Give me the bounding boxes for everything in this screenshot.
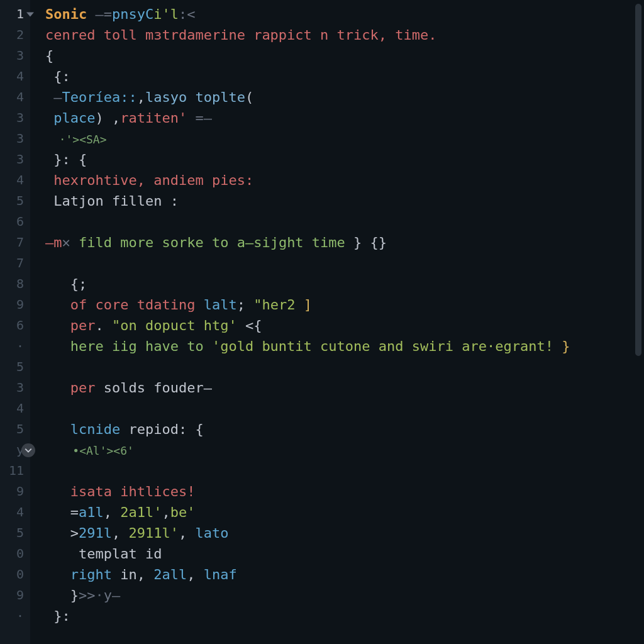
code-line[interactable] [45, 398, 644, 419]
line-number[interactable]: 3 [0, 377, 30, 398]
line-number[interactable]: 6 [0, 211, 30, 232]
code-line[interactable]: Latjon fillen : [45, 191, 644, 211]
code-token: > [45, 525, 79, 541]
fold-arrow-icon[interactable] [26, 12, 34, 16]
line-number[interactable]: 6 [0, 315, 30, 336]
code-token: ; [237, 297, 254, 313]
code-token: , [162, 504, 170, 520]
code-token: =– [187, 110, 212, 126]
line-number[interactable]: 4 [0, 398, 30, 419]
line-number[interactable]: 11 [0, 460, 30, 481]
line-number[interactable]: 9 [0, 585, 30, 606]
code-editor[interactable]: 1234433345677896·5345y11945009· Sonic —=… [0, 0, 644, 644]
vertical-scrollbar[interactable] [635, 4, 641, 356]
code-token: 2all [153, 567, 187, 582]
code-line[interactable]: ·'><SA> [45, 128, 644, 149]
line-number[interactable]: 5 [0, 191, 30, 211]
line-number[interactable]: 4 [0, 66, 30, 87]
code-line[interactable]: hexrohtive, andiem pies: [45, 170, 644, 191]
line-number[interactable]: 8 [0, 274, 30, 294]
line-number[interactable]: 0 [0, 543, 30, 564]
line-number[interactable]: 0 [0, 564, 30, 585]
code-token: – [45, 89, 62, 105]
code-line[interactable]: {: [45, 66, 644, 87]
line-number[interactable]: 5 [0, 523, 30, 543]
code-token: —= [87, 6, 112, 22]
code-line[interactable]: templat id [45, 543, 644, 564]
code-token: } [553, 338, 570, 354]
line-number-gutter[interactable]: 1234433345677896·5345y11945009· [0, 0, 30, 644]
line-number[interactable]: 1 [0, 4, 30, 25]
code-token: •<Al'><6' [45, 444, 134, 457]
code-token: , [112, 525, 129, 541]
code-token: place [45, 110, 95, 126]
code-token: a1l [79, 504, 104, 520]
code-token: cenred toll m [45, 27, 153, 43]
code-line[interactable] [45, 460, 644, 481]
line-number[interactable]: 4 [0, 170, 30, 191]
line-number[interactable]: 3 [0, 149, 30, 170]
line-number[interactable]: 5 [0, 357, 30, 377]
code-line[interactable]: •<Al'><6' [45, 440, 644, 460]
line-number[interactable]: 4 [0, 87, 30, 108]
line-number[interactable]: 2 [0, 25, 30, 45]
code-token: , [179, 525, 196, 541]
line-number[interactable]: 4 [0, 502, 30, 523]
line-number[interactable]: 3 [0, 108, 30, 128]
code-token: repiod: { [128, 421, 203, 437]
code-line[interactable]: cenred toll mзtrdamerine rappict n trick… [45, 25, 644, 45]
code-line[interactable]: of core tdating lalt; "her2 ] [45, 294, 644, 315]
code-line[interactable]: lcnide repiod: { [45, 419, 644, 440]
code-line[interactable]: Sonic —=pnsyCi'l:< [45, 4, 644, 25]
code-token: y– [104, 587, 121, 603]
code-token: ) , [95, 110, 120, 126]
code-token: Sonic [45, 6, 87, 22]
line-number[interactable]: 5 [0, 419, 30, 440]
code-line[interactable]: }>>·y– [45, 585, 644, 606]
code-token [70, 235, 79, 250]
code-token: . [95, 318, 112, 333]
code-line[interactable]: here iig have to 'gold buntit cutone and… [45, 336, 644, 357]
code-line[interactable] [45, 357, 644, 377]
code-line[interactable]: >291l, 2911l', lato [45, 523, 644, 543]
line-number[interactable]: y [0, 440, 30, 460]
code-token: isata ihtlices! [45, 484, 195, 499]
line-number[interactable]: 7 [0, 253, 30, 274]
code-token: ( [245, 89, 253, 105]
line-number[interactable]: 9 [0, 294, 30, 315]
code-token: of core tdating [45, 297, 204, 313]
code-line[interactable]: right in, 2all, lnaf [45, 564, 644, 585]
code-token: 'gold buntit cutone and swiri are·egrant… [212, 338, 553, 354]
code-token: hexrohtive, andiem pies: [45, 172, 253, 188]
code-line[interactable]: {; [45, 274, 644, 294]
code-area[interactable]: Sonic —=pnsyCi'l:<cenred toll mзtrdameri… [30, 0, 644, 644]
code-token: "her2 [253, 297, 295, 313]
code-token: , [104, 504, 121, 520]
code-line[interactable]: }: { [45, 149, 644, 170]
code-token: "on doрuct htg' [112, 318, 237, 333]
line-number[interactable]: 9 [0, 481, 30, 502]
code-token: Latjon fillen : [45, 193, 179, 209]
code-line[interactable] [45, 253, 644, 274]
code-line[interactable] [45, 211, 644, 232]
fold-chevron-icon[interactable] [21, 443, 35, 457]
code-token: –m [45, 235, 62, 250]
code-token: >> [79, 587, 96, 603]
line-number[interactable]: 7 [0, 232, 30, 253]
line-number[interactable]: 3 [0, 45, 30, 66]
code-line[interactable]: }: [45, 606, 644, 626]
code-token: ·'><SA> [45, 133, 107, 146]
line-number[interactable]: 3 [0, 128, 30, 149]
code-line[interactable]: { [45, 45, 644, 66]
line-number[interactable]: · [0, 336, 30, 357]
code-line[interactable]: per. "on doрuct htg' <{ [45, 315, 644, 336]
code-token: templat id [45, 546, 162, 562]
code-line[interactable]: –Teoríea::,lasyo toplte( [45, 87, 644, 108]
code-token: з [153, 27, 162, 43]
code-line[interactable]: isata ihtlices! [45, 481, 644, 502]
code-line[interactable]: –m✕ fild more sorke to a–sijght time } {… [45, 232, 644, 253]
code-line[interactable]: =a1l, 2a1l',be' [45, 502, 644, 523]
code-line[interactable]: per solds fouder– [45, 377, 644, 398]
code-line[interactable]: place) ,ratiten' =– [45, 108, 644, 128]
line-number[interactable]: · [0, 606, 30, 626]
